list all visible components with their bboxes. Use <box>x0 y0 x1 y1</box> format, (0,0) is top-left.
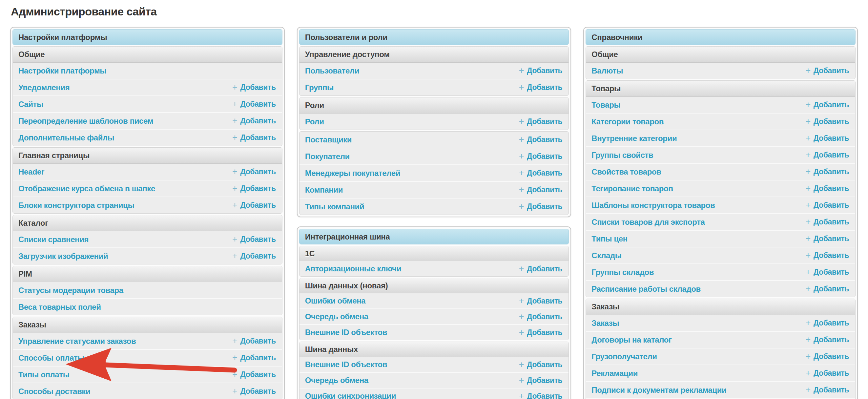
model-link[interactable]: Расписание работы складов <box>591 284 701 294</box>
add-button[interactable]: +Добавить <box>232 184 276 193</box>
add-button[interactable]: +Добавить <box>805 251 849 260</box>
add-button[interactable]: +Добавить <box>232 252 276 260</box>
model-link[interactable]: Отображение курса обмена в шапке <box>19 184 155 193</box>
add-button[interactable]: +Добавить <box>519 328 563 337</box>
add-button[interactable]: +Добавить <box>805 151 849 159</box>
model-link[interactable]: Настройки платформы <box>19 66 106 75</box>
add-button[interactable]: +Добавить <box>805 134 849 143</box>
model-link[interactable]: Покупатели <box>305 152 350 161</box>
add-button[interactable]: +Добавить <box>519 297 563 305</box>
add-button[interactable]: +Добавить <box>519 152 563 161</box>
add-button[interactable]: +Добавить <box>519 360 563 369</box>
add-button[interactable]: +Добавить <box>805 369 849 378</box>
model-link[interactable]: Категории товаров <box>591 117 663 126</box>
add-button[interactable]: +Добавить <box>232 201 276 210</box>
add-button[interactable]: +Добавить <box>519 135 563 144</box>
add-button[interactable]: +Добавить <box>232 337 276 345</box>
add-button[interactable]: +Добавить <box>805 117 849 126</box>
add-button[interactable]: +Добавить <box>519 185 563 194</box>
add-button[interactable]: +Добавить <box>232 117 276 125</box>
model-link[interactable]: Свойства товаров <box>591 167 661 177</box>
add-button[interactable]: +Добавить <box>805 335 849 344</box>
add-button[interactable]: +Добавить <box>232 133 276 142</box>
add-button[interactable]: +Добавить <box>519 66 563 75</box>
model-link[interactable]: Статусы модерации товара <box>19 286 123 295</box>
model-link[interactable]: Способы оплаты <box>19 354 84 363</box>
model-link[interactable]: Роли <box>305 117 324 126</box>
model-link[interactable]: Склады <box>591 251 622 260</box>
model-link[interactable]: Загрузчик изображений <box>19 252 108 261</box>
add-button[interactable]: +Добавить <box>805 318 849 328</box>
add-button[interactable]: +Добавить <box>232 167 276 176</box>
model-link[interactable]: Внешние ID объектов <box>305 360 387 369</box>
model-link[interactable]: Header <box>19 167 44 177</box>
add-button[interactable]: +Добавить <box>519 83 563 92</box>
model-link[interactable]: Пользователи <box>305 66 359 75</box>
model-link[interactable]: Типы цен <box>591 234 627 243</box>
model-link[interactable]: Сайты <box>19 100 43 109</box>
add-button[interactable]: +Добавить <box>805 167 849 176</box>
model-link[interactable]: Поставщики <box>305 135 352 144</box>
model-row: Группы+Добавить <box>300 79 569 95</box>
add-button[interactable]: +Добавить <box>519 117 563 126</box>
add-button[interactable]: +Добавить <box>805 184 849 193</box>
model-link[interactable]: Списки сравнения <box>19 235 89 244</box>
model-link[interactable]: Ошибки обмена <box>305 296 366 305</box>
model-link[interactable]: Дополнительные файлы <box>19 133 114 143</box>
add-button[interactable]: +Добавить <box>805 66 849 75</box>
model-link[interactable]: Ошибки синхронизации <box>305 392 396 399</box>
add-button[interactable]: +Добавить <box>232 100 276 109</box>
add-button[interactable]: +Добавить <box>232 354 276 362</box>
add-button[interactable]: +Добавить <box>519 312 563 321</box>
model-link[interactable]: Внутренние категории <box>591 134 677 143</box>
model-link[interactable]: Компании <box>305 185 343 194</box>
model-link[interactable]: Валюты <box>591 66 623 75</box>
model-link[interactable]: Группы <box>305 83 334 92</box>
add-button[interactable]: +Добавить <box>232 370 276 379</box>
model-link[interactable]: Типы оплаты <box>19 370 69 379</box>
model-link[interactable]: Товары <box>591 100 620 110</box>
add-button[interactable]: +Добавить <box>805 201 849 210</box>
model-link[interactable]: Группы складов <box>591 268 654 277</box>
model-link[interactable]: Шаблоны конструктора товаров <box>591 201 715 210</box>
add-button[interactable]: +Добавить <box>519 202 563 211</box>
model-link[interactable]: Блоки конструктора страницы <box>19 201 134 210</box>
add-button[interactable]: +Добавить <box>519 392 563 399</box>
add-button[interactable]: +Добавить <box>805 100 849 109</box>
model-link[interactable]: Очередь обмена <box>305 376 368 385</box>
model-row: Договоры на каталог+Добавить <box>586 331 855 348</box>
add-button[interactable]: +Добавить <box>519 376 563 385</box>
add-button[interactable]: +Добавить <box>519 265 563 273</box>
model-link[interactable]: Переопределение шаблонов писем <box>19 117 153 126</box>
model-link[interactable]: Подписи к документам рекламации <box>591 386 726 395</box>
model-link[interactable]: Тегирование товаров <box>591 184 673 193</box>
add-button[interactable]: +Добавить <box>805 386 849 394</box>
add-button[interactable]: +Добавить <box>519 168 563 178</box>
add-button[interactable]: +Добавить <box>805 268 849 277</box>
module-header: Товары <box>586 81 855 97</box>
add-button[interactable]: +Добавить <box>232 235 276 244</box>
add-button[interactable]: +Добавить <box>805 284 849 293</box>
model-link[interactable]: Грузополучатели <box>591 352 657 361</box>
model-link[interactable]: Заказы <box>591 318 619 328</box>
model-link[interactable]: Рекламации <box>591 369 638 378</box>
model-link[interactable]: Группы свойств <box>591 151 653 160</box>
add-button[interactable]: +Добавить <box>232 387 276 396</box>
model-link[interactable]: Менеджеры покупателей <box>305 168 400 178</box>
model-link[interactable]: Договоры на каталог <box>591 335 672 344</box>
model-link[interactable]: Типы компаний <box>305 202 365 211</box>
add-button[interactable]: +Добавить <box>805 218 849 226</box>
plus-icon: + <box>232 167 237 176</box>
model-link[interactable]: Очередь обмена <box>305 312 368 321</box>
model-link[interactable]: Списки товаров для экспорта <box>591 218 705 227</box>
add-button[interactable]: +Добавить <box>805 234 849 243</box>
add-button[interactable]: +Добавить <box>232 83 276 92</box>
model-link[interactable]: Авторизационные ключи <box>305 264 401 273</box>
add-button[interactable]: +Добавить <box>805 352 849 361</box>
model-link[interactable]: Внешние ID объектов <box>305 328 387 337</box>
page-title: Администрирование сайта <box>11 5 157 18</box>
model-link[interactable]: Веса товарных полей <box>19 303 101 312</box>
model-link[interactable]: Уведомления <box>19 83 69 92</box>
model-link[interactable]: Способы доставки <box>19 387 90 396</box>
model-link[interactable]: Управление статусами заказов <box>19 337 136 346</box>
